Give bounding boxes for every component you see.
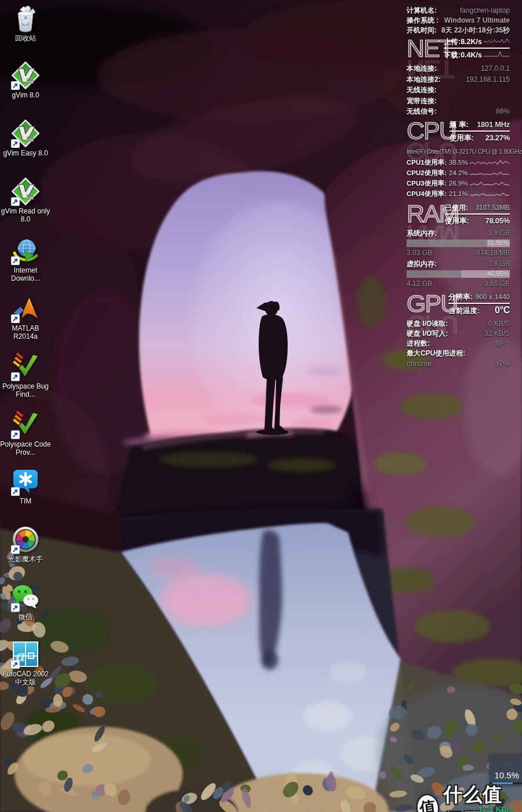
virt-mem-row: 虚拟内存: 7.8 GB [407, 259, 510, 269]
desktop-icon-matlab[interactable]: MATLAB R2014a [0, 295, 51, 340]
desktop-icon-label: gVim 8.0 [0, 91, 51, 99]
desktop-icon-label: gVim Easy 8.0 [0, 149, 51, 157]
desktop-icon-polyspace-code-prover[interactable]: Polyspace Code Prov... [0, 411, 51, 456]
desktop-icon-label: Polyspace Code Prov... [0, 440, 51, 456]
computer-name-row: 计算机名: fangchen-laptop [407, 6, 510, 16]
ram-used-value: 3107.53MB [476, 202, 510, 213]
download-row: 下载:0.4K/s [444, 50, 510, 60]
shortcut-arrow-icon [11, 487, 20, 496]
tim-icon [12, 467, 39, 495]
desktop-icon-label: AutoCAD 2002 中文版 [0, 670, 51, 686]
virt-mem-total: 7.8 GB [488, 259, 510, 269]
cpu-freq-row: 频 率: 1801 MHz [449, 119, 510, 130]
desktop-icon-gvim-readonly[interactable]: im gVim Read only 8.0 [0, 177, 51, 223]
gvim-icon: im [12, 119, 39, 147]
sys-mem-values-row: 3.03 GB 874.18 MB [407, 248, 510, 258]
cpu-core-sparkline [470, 190, 510, 197]
net-monitor-badge[interactable]: 10.5% [490, 756, 522, 785]
desktop-icon-label: 回收站 [0, 34, 51, 42]
disk-read-value: 0 KB/S [488, 319, 510, 329]
desktop-icon-label: MATLAB R2014a [0, 324, 51, 340]
cpu-usage-row: 使用率: 23.27% [449, 133, 510, 143]
virt-mem-values-row: 4.12 GB 3.65 GB [407, 279, 510, 289]
gvim-icon: im [12, 61, 39, 89]
system-monitor-widget: 计算机名: fangchen-laptop 操作系统 : Windows 7 U… [407, 6, 510, 369]
desktop-icon-gvim-easy[interactable]: im gVim Easy 8.0 [0, 119, 51, 157]
gpu-section: GPU GPU 分辨率: 900 x 1440 当前温度: 0°C [407, 292, 510, 316]
virt-mem-free: 3.65 GB [484, 279, 510, 289]
net-separator [444, 48, 510, 49]
gpu-separator [448, 303, 510, 304]
sys-mem-free: 874.18 MB [476, 248, 510, 258]
shortcut-arrow-icon [11, 545, 20, 554]
desktop-icon-label: 微信 [0, 613, 51, 621]
wechat-icon [12, 583, 39, 611]
sys-mem-bar: 78.05% 21.95% [407, 240, 510, 247]
desktop-icon-label: Polyspace Bug Find... [0, 382, 51, 398]
desktop-icon-autocad[interactable]: a AutoCAD 2002 中文版 [0, 640, 51, 686]
idm-globe-icon [12, 237, 39, 264]
cpu-core-sparkline [470, 159, 510, 166]
net-section: NET NET 上传:8.2K/s 下载:0.4K/s [407, 37, 510, 60]
desktop-icon-idm[interactable]: Internet Downlo... [0, 237, 51, 282]
virt-mem-label: 虚拟内存: [407, 259, 437, 269]
top-process-row: chrome 37% [407, 358, 510, 369]
virt-mem-used: 4.12 GB [407, 279, 432, 289]
computer-name-value: fangchen-laptop [460, 6, 510, 16]
desktop-icon-wechat[interactable]: 微信 [0, 583, 51, 621]
sys-mem-free-pct: 21.95% [487, 240, 509, 247]
desktop-icon-recycle-bin[interactable]: 回收站 [0, 5, 51, 42]
polyspace-icon [12, 353, 39, 380]
desktop-icon-tim[interactable]: TIM [0, 467, 51, 505]
gpu-res-row: 分辨率: 900 x 1440 [448, 292, 510, 302]
process-count-label: 进程数: [407, 339, 430, 349]
download-value: 0.4K/s [461, 51, 482, 59]
virt-mem-bar: 53.05% 46.95% [407, 270, 510, 278]
computer-name-label: 计算机名: [407, 6, 437, 16]
cpu-separator [449, 130, 510, 132]
shortcut-arrow-icon [11, 139, 20, 148]
cpu-core-row: CPU3使用率: 26.9% [407, 178, 510, 188]
shortcut-arrow-icon [11, 314, 20, 323]
gpu-res-value: 900 x 1440 [475, 292, 510, 302]
sys-mem-used-pct: 78.05% [408, 240, 429, 247]
os-label: 操作系统 : [407, 16, 438, 26]
disk-write-value: 32 KB/S [484, 329, 510, 339]
virt-mem-used-pct: 53.05% [408, 270, 429, 278]
top-process-value: 37% [495, 358, 510, 369]
cpu-freq-value: 1801 MHz [477, 119, 510, 130]
desktop: 回收站 im gVim 8.0 im gVim Easy 8.0 im gVim… [0, 0, 522, 812]
upload-row: 上传:8.2K/s [444, 37, 510, 47]
os-row: 操作系统 : Windows 7 Ultimate [407, 16, 510, 26]
ram-usage-value: 78.05% [485, 216, 510, 226]
gpu-temp-row: 当前温度: 0°C [448, 305, 510, 316]
upload-sparkline [484, 37, 510, 44]
matlab-icon [12, 295, 39, 322]
desktop-icon-neoimaging[interactable]: 光影魔术手 [0, 525, 51, 563]
aperture-icon [12, 525, 39, 553]
ram-section: RAM RAM 已使用: 3107.53MB 使用率: 78.05% [407, 202, 510, 226]
desktop-icon-label: TIM [0, 497, 51, 505]
top-process-label-row: 最大CPU使用进程: [407, 349, 510, 358]
desktop-icon-label: 光影魔术手 [0, 555, 51, 563]
virt-mem-free-pct: 46.95% [487, 270, 509, 278]
cpu-core-sparkline [470, 169, 510, 176]
top-process-label: 最大CPU使用进程: [407, 349, 465, 358]
shortcut-arrow-icon [11, 81, 20, 90]
process-count-row: 进程数: 88个 [407, 339, 510, 349]
badge-percentage: 10.5% [494, 770, 519, 780]
svg-text:im: im [26, 135, 34, 143]
download-sparkline [484, 50, 510, 57]
polyspace-icon [12, 411, 39, 438]
gvim-icon: im [12, 177, 39, 205]
shortcut-arrow-icon [11, 430, 20, 439]
os-value: Windows 7 Ultimate [444, 16, 510, 26]
sys-mem-used: 3.03 GB [407, 248, 432, 258]
download-speed-text: ↓ 17.1 KB/s [472, 805, 513, 812]
cpu-section: CPU CPU 频 率: 1801 MHz 使用率: 23.27% [407, 119, 510, 143]
autocad-icon: a [12, 640, 39, 668]
desktop-icon-gvim[interactable]: im gVim 8.0 [0, 61, 51, 99]
cpu-core-row: CPU4使用率: 21.1% [407, 188, 510, 199]
svg-text:im: im [26, 77, 34, 85]
desktop-icon-polyspace-bug-finder[interactable]: Polyspace Bug Find... [0, 353, 51, 398]
